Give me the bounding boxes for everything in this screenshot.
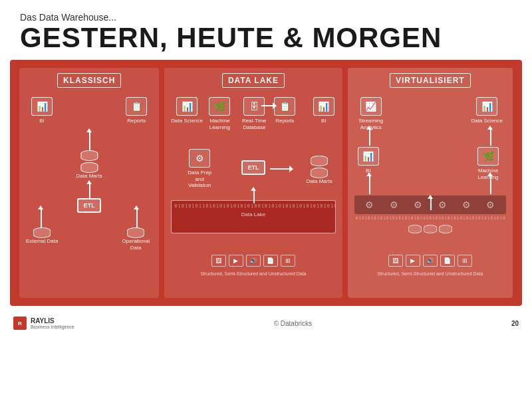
arrow-v2: [490, 129, 491, 146]
arrowhead-v5: [428, 195, 433, 199]
reports-dl: 📋 Reports: [274, 97, 295, 124]
external-data-label: External Data: [26, 238, 58, 245]
data-lake-box: 0101010110101010101010100101010101010101…: [171, 200, 335, 233]
arrowhead-v2: [487, 126, 493, 130]
streaming-icon: 📈: [360, 97, 382, 116]
arrowhead-2: [86, 180, 92, 184]
klassisch-header: KLASSISCH: [57, 73, 121, 88]
gear-3: ⚙: [414, 200, 422, 210]
video-icon: ▶: [229, 255, 243, 267]
logo-name: RAYLIS: [31, 317, 74, 325]
data-prep-dl: ⚙ Data Prep and Validation: [183, 149, 216, 189]
logo-area: R RAYLIS Business Intelligence: [13, 317, 74, 330]
ml-label: Machine Learning: [203, 118, 236, 130]
data-prep-label: Data Prep and Validation: [183, 170, 216, 189]
arrowhead-v1: [366, 126, 372, 130]
cyl-1: [80, 150, 98, 161]
etl-box-dl: ETL: [241, 160, 265, 175]
data-marts-cyl-dl: [311, 156, 328, 178]
gear-2: ⚙: [390, 200, 398, 210]
source-icons-dl: 🖼 ▶ 🔊 📄 ⊞: [171, 255, 335, 267]
reports-label: Reports: [127, 118, 146, 124]
etl-box: ETL: [77, 198, 101, 213]
arrow-up-2: [89, 184, 90, 198]
cyl-ext: [33, 227, 51, 238]
arrowhead-1: [86, 128, 92, 132]
logo-text-wrap: RAYLIS Business Intelligence: [31, 317, 74, 329]
data-science-icon-v: 📊: [476, 97, 497, 116]
img-icon: 🖼: [211, 255, 226, 267]
arrow-v1: [369, 129, 370, 146]
bi-icon-klassisch: 📊 BI: [31, 97, 53, 124]
column-klassisch: KLASSISCH 📊 BI 📋 Reports: [19, 68, 159, 298]
table-icon-v: ⊞: [458, 255, 472, 267]
rtdb-label: Real-Time Database: [237, 118, 271, 130]
reports-icon-dl: 📋: [274, 97, 295, 116]
arrow-v4: [490, 176, 491, 194]
arrowhead-ext: [38, 205, 43, 209]
etl-dl: ETL: [241, 160, 265, 175]
audio-icon-v: 🔊: [423, 255, 438, 267]
footer: R RAYLIS Business Intelligence © Databri…: [0, 311, 532, 335]
bi-label: BI: [39, 118, 45, 124]
img-icon-v: 🖼: [388, 255, 403, 267]
source-row-v: 🖼 ▶ 🔊 📄 ⊞: [354, 255, 506, 267]
arrow-ext: [41, 209, 42, 227]
etl-klassisch: ETL: [77, 198, 101, 213]
gear-1: ⚙: [365, 200, 374, 210]
logo-icon: R: [13, 317, 27, 330]
source-row-dl: 🖼 ▶ 🔊 📄 ⊞: [171, 255, 335, 267]
ml-icon-v: 🌿: [477, 147, 499, 166]
data-science-dl: 📊 Data Science: [171, 97, 203, 124]
machine-learning-dl: 🌿 Machine Learning: [203, 97, 236, 130]
arrow-oper: [136, 209, 138, 227]
data-marts-label-dl: Data Marts: [307, 178, 332, 185]
table-icon: ⊞: [281, 255, 295, 267]
arrow-up-1: [89, 132, 90, 150]
cyl-oper: [127, 227, 144, 238]
data-prep-icon: ⚙: [189, 149, 210, 168]
content-area: KLASSISCH 📊 BI 📋 Reports: [10, 60, 522, 306]
page-number: 20: [511, 320, 519, 327]
audio-icon: 🔊: [246, 255, 261, 267]
cyl-v3: [439, 225, 452, 233]
bi-dl: 📊 BI: [313, 97, 334, 124]
operational-data-label: Operational Data: [119, 238, 152, 251]
arrow-lake-up: [253, 190, 255, 203]
data-marts-cylinders: [80, 150, 98, 173]
ml-icon: 🌿: [209, 97, 230, 116]
video-icon-v: ▶: [406, 255, 420, 267]
realtime-db-dl: 🗄 Real-Time Database: [237, 97, 271, 130]
data-marts-label: Data Marts: [76, 173, 102, 180]
column-data-lake: DATA LAKE 📊 Data Science 🌿 Machine Learn…: [164, 68, 342, 298]
cylinder-row-v: [354, 225, 506, 233]
arrowhead-oper: [134, 205, 139, 209]
gear-4: ⚙: [438, 200, 447, 210]
arrow-v3: [369, 176, 370, 194]
source-label-dl: Structured, Semi-Structured and Unstruct…: [171, 271, 335, 276]
arrowhead-lake: [251, 187, 256, 191]
column-virtualisiert: VIRTUALISIERT 📈 Streaming Analytics 📊 Da…: [348, 68, 513, 298]
arrow-v5: [430, 198, 432, 210]
gear-6: ⚙: [486, 200, 495, 210]
bi-v: 📊 BI: [358, 147, 379, 174]
arrowhead-v3: [366, 172, 372, 176]
logo-sub: Business Intelligence: [31, 325, 74, 329]
subtitle: Das Data Warehouse...: [20, 12, 512, 23]
external-data-klassisch: External Data: [26, 227, 58, 245]
arrow-etl-marts: [270, 168, 290, 170]
arrowhead-r2: [289, 166, 293, 172]
arrow-rtdb-reports: [261, 105, 273, 106]
rtdb-icon: 🗄: [243, 97, 265, 116]
bi-label-dl: BI: [321, 118, 327, 124]
gear-5: ⚙: [462, 200, 471, 210]
operational-data-klassisch: Operational Data: [119, 227, 152, 251]
data-science-v: 📊 Data Science: [471, 97, 503, 124]
cyl-v1: [408, 225, 422, 233]
cyl-dm2: [311, 168, 328, 178]
cyl-v2: [424, 225, 437, 233]
cyl-2: [80, 162, 98, 173]
data-lake-header: DATA LAKE: [222, 73, 285, 88]
source-icons-v: 🖼 ▶ 🔊 📄 ⊞: [354, 255, 506, 267]
bi-icon-dl: 📊: [313, 97, 334, 116]
